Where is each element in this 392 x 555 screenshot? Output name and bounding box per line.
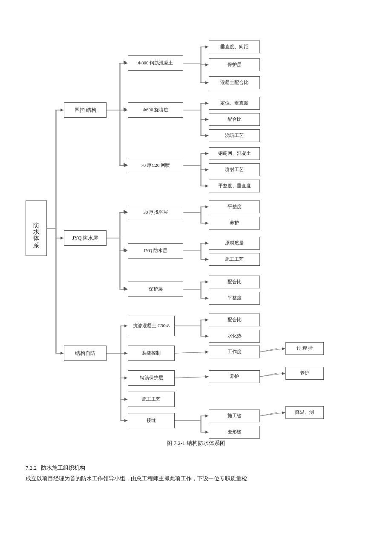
l3-yuancai-zhiliang: 原材质量: [209, 237, 260, 250]
svg-line-127: [260, 349, 285, 352]
l2-kangshenhunningtu: 抗渗混凝土 C30s8: [128, 316, 175, 336]
l3-peihebi-bao: 配合比: [209, 276, 260, 288]
l2-jiejian: 接缝: [128, 413, 175, 428]
l3-yanghu-gangjin: 养护: [209, 370, 260, 383]
svg-marker-63: [124, 108, 127, 111]
l3-yanghu-zhaoping: 养护: [209, 217, 260, 230]
l3-dingwei-chuizhi: 定位、垂直度: [209, 97, 260, 110]
svg-marker-62: [124, 61, 127, 64]
svg-line-53: [175, 352, 209, 353]
section-title-text: 防水施工组织机构: [41, 465, 85, 471]
l3-chuizhi-jianju: 垂直度、间距: [209, 41, 260, 53]
l3-peihebi-phi600: 配合比: [209, 113, 260, 126]
l1-jyq-fangshui: JYQ 防水层: [64, 230, 107, 246]
svg-line-59: [260, 349, 277, 352]
l3-jiaozhu-gongyi: 浇筑工艺: [209, 129, 260, 142]
l1-weihujiegou: 围护 结构: [64, 102, 107, 118]
l3-pingzhengdu-bao: 平整度: [209, 292, 260, 305]
arrow-lines: [13, 17, 379, 435]
l3-baohuceng-phi800: 保护层: [209, 58, 260, 71]
l3-shigong-feng: 施工缝: [209, 410, 260, 422]
l3-penshegongyi: 喷射工艺: [209, 163, 260, 176]
l3-shuihuare: 水化热: [209, 330, 260, 343]
svg-line-100: [175, 377, 208, 378]
l2-gangjin-baohuceng: 钢筋保护层: [128, 370, 175, 386]
l4-guocheng-kong: 过 程 控: [285, 342, 324, 355]
svg-line-99: [175, 352, 208, 353]
connector-lines: [13, 17, 379, 435]
l2-shigong-gongyi: 施工工艺: [128, 392, 175, 407]
l1-jiegou-zifang: 结构自防: [64, 346, 107, 361]
l3-gangjinwang-hunningtu: 钢筋网、混凝土: [209, 147, 260, 160]
section-number: 7.2.2: [26, 465, 37, 471]
l3-pingzhengdu-zhaoping: 平整度: [209, 200, 260, 213]
l2-phi600: Φ600 旋喷桩: [128, 102, 183, 118]
l3-shigong-gongyi-jyq: 施工工艺: [209, 253, 260, 266]
l3-hunningtu-peihebi: 混凝土配合比: [209, 76, 260, 89]
svg-marker-67: [124, 287, 127, 290]
svg-line-129: [260, 413, 285, 416]
l2-liejian-kongzhi: 裂缝控制: [128, 346, 175, 361]
l3-biaxing-feng: 变形缝: [209, 426, 260, 439]
l2-baohuceng: 保护层: [128, 282, 183, 297]
diagram-caption: 图 7.2-1 结构防水体系图: [167, 439, 225, 447]
svg-line-54: [175, 377, 209, 378]
diagram-area: 防 水 体 系 围护 结构 JYQ 防水层 结构自防 Φ800 钢筋混凝土 Φ6…: [13, 17, 379, 435]
l3-pingzhengdu-chuizhi: 平整度、垂直度: [209, 180, 260, 192]
svg-line-128: [260, 373, 285, 377]
section-body: 7.2.2 防水施工组织机构 成立以项目经理为首的防水工作领导小组，由总工程师主…: [13, 464, 379, 483]
l3-peihebi-kang: 配合比: [209, 314, 260, 326]
section-content-text: 成立以项目经理为首的防水工作领导小组，由总工程师主抓此项工作，下设一位专职质量检: [26, 474, 366, 483]
l2-jyq-fangshui-layer: JYQ 防水层: [128, 243, 183, 259]
svg-line-61: [260, 413, 277, 416]
diagram-container: 防 水 体 系 围护 结构 JYQ 防水层 结构自防 Φ800 钢筋混凝土 Φ6…: [13, 17, 379, 456]
svg-marker-65: [124, 210, 127, 213]
l4-yanghu: 养护: [285, 367, 324, 380]
l4-jiangwen-ce: 降温、测: [285, 406, 324, 419]
l2-phi800: Φ800 钢筋混凝土: [128, 55, 183, 71]
svg-line-60: [260, 373, 277, 377]
l3-gongzuodu: 工作度: [209, 346, 260, 358]
l2-30hou-zhaoping: 30 厚找平层: [128, 205, 183, 220]
svg-marker-66: [124, 248, 127, 252]
l2-70hou: 70 厚C20 网喷: [128, 158, 183, 173]
svg-marker-64: [124, 163, 127, 166]
section-number-title: 7.2.2 防水施工组织机构: [26, 464, 366, 472]
root-box: 防 水 体 系: [26, 200, 47, 256]
